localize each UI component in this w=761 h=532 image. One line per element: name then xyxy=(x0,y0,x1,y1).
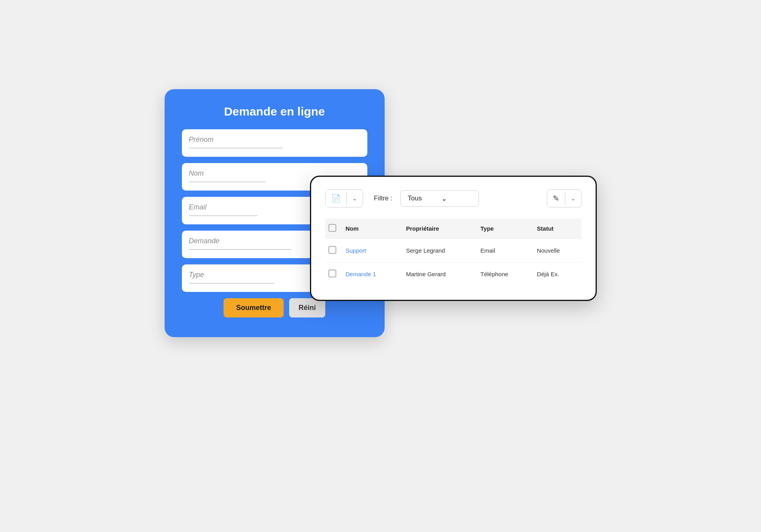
header-checkbox[interactable] xyxy=(328,224,336,232)
row1-checkbox[interactable] xyxy=(328,246,336,254)
form-title: Demande en ligne xyxy=(182,105,367,118)
email-underline xyxy=(189,215,257,216)
table-header-row: Nom Propriétaire Type Statut xyxy=(325,218,581,239)
col-type: Type xyxy=(476,218,532,239)
row1-checkbox-cell xyxy=(325,239,341,262)
row2-nom[interactable]: Demande 1 xyxy=(341,262,402,286)
chevron-down-icon-edit: ⌄ xyxy=(571,195,576,202)
pencil-icon: ✎ xyxy=(553,194,559,203)
row2-checkbox[interactable] xyxy=(328,270,336,277)
row2-statut: Déjà Ex. xyxy=(532,262,581,286)
row2-checkbox-cell xyxy=(325,262,341,286)
chevron-down-icon: ⌄ xyxy=(352,195,357,202)
col-proprietaire: Propriétaire xyxy=(401,218,475,239)
filter-chevron-icon: ⌄ xyxy=(442,195,447,202)
prenom-field[interactable]: Prénom xyxy=(182,129,367,157)
type-underline xyxy=(189,283,275,284)
form-buttons: Soumettre Réini xyxy=(182,298,367,317)
toolbar: 📄 ⌄ Filtre : Tous ⌄ ✎ ⌄ xyxy=(325,189,581,207)
demande-underline xyxy=(189,249,292,250)
prenom-underline xyxy=(189,148,283,149)
prenom-placeholder: Prénom xyxy=(189,136,360,144)
col-nom: Nom xyxy=(341,218,402,239)
document-chevron-button[interactable]: ⌄ xyxy=(347,191,363,205)
data-table: Nom Propriétaire Type Statut xyxy=(325,218,581,286)
table-row: Support Serge Legrand Email Nouvelle xyxy=(325,239,581,262)
edit-button[interactable]: ✎ xyxy=(547,190,565,207)
edit-chevron-button[interactable]: ⌄ xyxy=(565,191,581,205)
filter-label: Filtre : xyxy=(374,194,392,202)
document-button[interactable]: 📄 xyxy=(326,190,347,207)
submit-button[interactable]: Soumettre xyxy=(224,298,284,317)
table-row: Demande 1 Martine Gerard Téléphone Déjà … xyxy=(325,262,581,286)
filter-dropdown[interactable]: Tous ⌄ xyxy=(400,190,479,207)
document-icon: 📄 xyxy=(331,194,341,203)
filter-value: Tous xyxy=(408,194,422,202)
row1-proprietaire: Serge Legrand xyxy=(401,239,475,262)
checkbox-header-cell xyxy=(325,218,341,239)
table-card: 📄 ⌄ Filtre : Tous ⌄ ✎ ⌄ xyxy=(310,176,597,301)
row1-nom[interactable]: Support xyxy=(341,239,402,262)
nom-underline xyxy=(189,182,266,182)
row2-type: Téléphone xyxy=(476,262,532,286)
row1-statut: Nouvelle xyxy=(532,239,581,262)
row2-proprietaire: Martine Gerard xyxy=(401,262,475,286)
edit-group[interactable]: ✎ ⌄ xyxy=(547,189,581,207)
document-group[interactable]: 📄 ⌄ xyxy=(325,189,363,207)
col-statut: Statut xyxy=(532,218,581,239)
row1-type: Email xyxy=(476,239,532,262)
reset-button[interactable]: Réini xyxy=(289,298,325,317)
